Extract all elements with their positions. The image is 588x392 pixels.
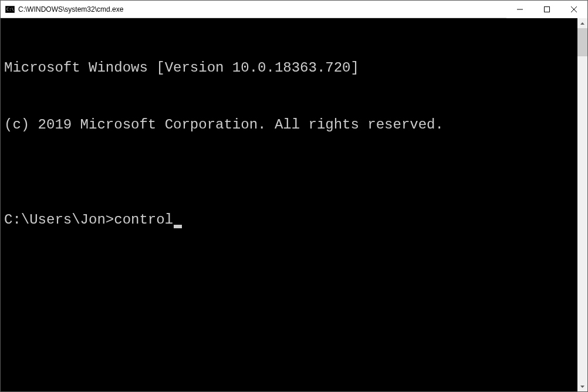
minimize-button[interactable] <box>506 1 533 18</box>
cmd-icon: C:\ <box>5 5 15 14</box>
maximize-button[interactable] <box>533 1 560 18</box>
cmd-window: C:\ C:\WINDOWS\system32\cmd.exe <box>0 0 588 392</box>
cursor <box>174 225 182 228</box>
svg-marker-6 <box>580 22 584 25</box>
prompt-text: C:\Users\Jon> <box>4 211 114 229</box>
scroll-track[interactable] <box>577 28 587 381</box>
svg-text:C:\: C:\ <box>6 7 14 12</box>
scroll-thumb[interactable] <box>577 28 587 56</box>
content-area: Microsoft Windows [Version 10.0.18363.72… <box>1 18 587 391</box>
window-controls <box>506 1 587 18</box>
scroll-down-button[interactable] <box>577 381 587 391</box>
command-text: control <box>114 211 173 229</box>
vertical-scrollbar[interactable] <box>577 18 587 391</box>
scroll-up-button[interactable] <box>577 18 587 28</box>
titlebar[interactable]: C:\ C:\WINDOWS\system32\cmd.exe <box>1 1 587 18</box>
terminal-output[interactable]: Microsoft Windows [Version 10.0.18363.72… <box>1 18 577 391</box>
close-button[interactable] <box>560 1 587 18</box>
svg-marker-7 <box>580 386 584 388</box>
copyright-line: (c) 2019 Microsoft Corporation. All righ… <box>4 116 574 134</box>
prompt-line: C:\Users\Jon>control <box>4 211 574 229</box>
window-title: C:\WINDOWS\system32\cmd.exe <box>18 1 506 18</box>
version-line: Microsoft Windows [Version 10.0.18363.72… <box>4 59 574 77</box>
svg-rect-3 <box>545 7 550 12</box>
